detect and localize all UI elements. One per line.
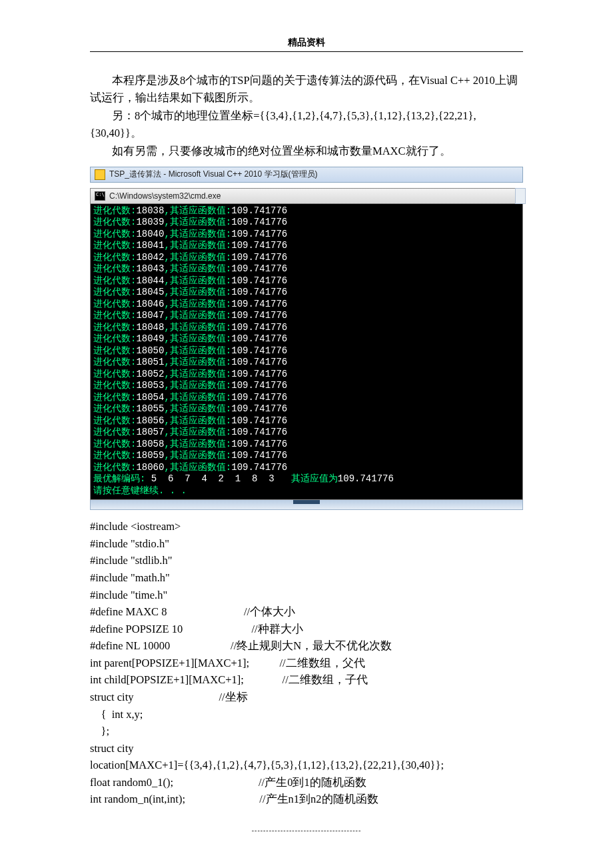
header-rule <box>90 51 523 52</box>
code-line: #include "stdio.h" <box>90 535 523 553</box>
window-frame-edge <box>515 188 526 204</box>
intro-paragraph-1: 本程序是涉及8个城市的TSP问题的关于遗传算法的源代码，在Visual C++ … <box>90 72 523 106</box>
code-line: int child[POPSIZE+1][MAXC+1]; //二维数组，子代 <box>90 671 523 689</box>
intro-paragraph-3: 如有另需，只要修改城市的绝对位置坐标和城市数量MAXC就行了。 <box>90 143 523 160</box>
cmd-titlebar: C:\Windows\system32\cmd.exe <box>90 188 523 204</box>
source-code-block: #include <iostream>#include "stdio.h"#in… <box>90 518 523 808</box>
footer-dots: -------------------------------------- <box>90 827 523 834</box>
console-output: 进化代数:18038,其适应函数值:109.741776 进化代数:18039,… <box>90 204 523 501</box>
cmd-window: C:\Windows\system32\cmd.exe 进化代数:18038,其… <box>90 188 523 511</box>
code-line: }; <box>90 723 523 740</box>
strip-marker <box>293 500 320 504</box>
visual-studio-title: TSP_遗传算法 - Microsoft Visual C++ 2010 学习版… <box>109 169 318 180</box>
visual-studio-titlebar: TSP_遗传算法 - Microsoft Visual C++ 2010 学习版… <box>90 167 523 183</box>
cmd-icon <box>95 191 105 201</box>
code-line: #include "time.h" <box>90 587 523 604</box>
intro-paragraph-2: 另：8个城市的地理位置坐标={{3,4},{1,2},{4,7},{5,3},{… <box>90 107 523 141</box>
code-line: #include <iostream> <box>90 518 523 535</box>
code-line: #include "math.h" <box>90 569 523 587</box>
visual-studio-icon <box>95 169 105 180</box>
code-line: #include "stdlib.h" <box>90 552 523 569</box>
intro-text: 本程序是涉及8个城市的TSP问题的关于遗传算法的源代码，在Visual C++ … <box>90 72 523 160</box>
document-page: 精品资料 本程序是涉及8个城市的TSP问题的关于遗传算法的源代码，在Visual… <box>0 0 613 861</box>
code-line: #define MAXC 8 //个体大小 <box>90 603 523 621</box>
code-line: #define POPSIZE 10 //种群大小 <box>90 621 523 638</box>
code-line: location[MAXC+1]={{3,4},{1,2},{4,7},{5,3… <box>90 757 523 774</box>
code-line: float random0_1(); //产生0到1的随机函数 <box>90 774 523 791</box>
window-bottom-strip <box>90 500 523 510</box>
cmd-title: C:\Windows\system32\cmd.exe <box>109 191 221 201</box>
screenshot-region: TSP_遗传算法 - Microsoft Visual C++ 2010 学习版… <box>90 167 523 511</box>
code-line: #define NL 10000 //终止规则大N，最大不优化次数 <box>90 637 523 655</box>
code-line: int random_n(int,int); //产生n1到n2的随机函数 <box>90 791 523 808</box>
code-line: struct city <box>90 740 523 757</box>
page-header-title: 精品资料 <box>90 37 523 51</box>
code-line: { int x,y; <box>90 706 523 723</box>
code-line: int parent[POPSIZE+1][MAXC+1]; //二维数组，父代 <box>90 655 523 672</box>
code-line: struct city //坐标 <box>90 689 523 706</box>
